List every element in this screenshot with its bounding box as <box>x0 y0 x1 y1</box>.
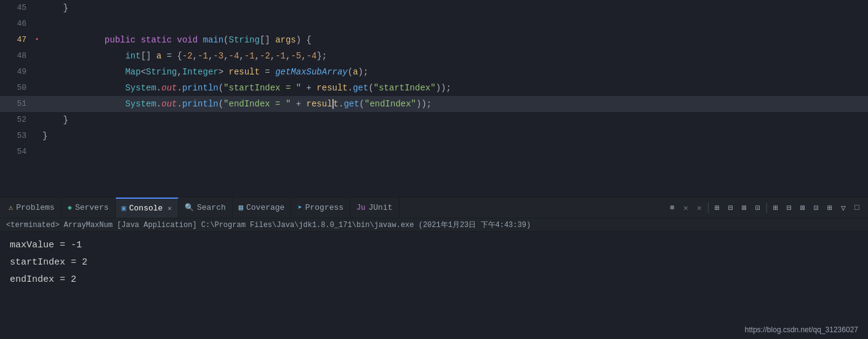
line-number: 47 <box>0 32 34 48</box>
separator <box>708 203 709 213</box>
output-line-3: endIndex = 2 <box>10 271 858 289</box>
problems-icon: ⚠ <box>9 203 13 212</box>
tab-search-label: Search <box>197 203 226 212</box>
icon-3[interactable]: ⊠ <box>738 202 750 214</box>
stop-button[interactable]: ■ <box>666 202 678 214</box>
tab-coverage[interactable]: ▤ Coverage <box>233 197 292 218</box>
icon-2[interactable]: ⊟ <box>725 202 737 214</box>
tab-console[interactable]: ▣ Console ✕ <box>116 197 179 218</box>
line-number: 50 <box>0 80 34 96</box>
icon-9[interactable]: ⊞ <box>824 202 836 214</box>
line-number: 53 <box>0 128 34 144</box>
coverage-icon: ▤ <box>239 203 243 212</box>
line-content: } <box>40 112 868 128</box>
separator2 <box>766 203 767 213</box>
code-editor: 45 } 46 47 • public static void main(Str… <box>0 0 868 197</box>
code-line-51: 51 System.out.println("endIndex = " + re… <box>0 96 868 112</box>
tab-problems-label: Problems <box>16 203 54 212</box>
icon-5[interactable]: ⊞ <box>770 202 782 214</box>
line-number: 52 <box>0 112 34 128</box>
line-number: 54 <box>0 144 34 160</box>
tab-problems[interactable]: ⚠ Problems <box>2 197 62 218</box>
tab-progress[interactable]: ➤ Progress <box>291 197 350 218</box>
tab-progress-label: Progress <box>305 203 344 212</box>
icon-4[interactable]: ⊡ <box>752 202 764 214</box>
output-line-2: startIndex = 2 <box>10 254 858 271</box>
console-output: maxValue = -1 startIndex = 2 endIndex = … <box>0 232 868 339</box>
tab-servers-label: Servers <box>75 203 109 212</box>
line-number: 49 <box>0 64 34 80</box>
maximize-button[interactable]: □ <box>851 202 863 214</box>
output-line-1: maxValue = -1 <box>10 237 858 254</box>
minimize-button[interactable]: ▽ <box>837 202 850 214</box>
line-content: } <box>40 0 868 16</box>
servers-icon: ◈ <box>68 203 72 212</box>
line-number: 51 <box>0 96 34 112</box>
tab-junit-label: JUnit <box>369 203 393 212</box>
line-content: } <box>40 128 868 144</box>
icon-1[interactable]: ⊞ <box>711 202 723 214</box>
output-text-3: endIndex = 2 <box>10 274 76 285</box>
code-line-45: 45 } <box>0 0 868 16</box>
line-number: 46 <box>0 16 34 32</box>
tab-toolbar-right: ■ ✕ ✕ ⊞ ⊟ ⊠ ⊡ ⊞ ⊟ ⊠ ⊡ ⊞ ▽ □ <box>666 202 866 214</box>
tab-console-label: Console <box>129 204 163 213</box>
tab-search[interactable]: 🔍 Search <box>179 197 233 218</box>
search-icon: 🔍 <box>185 203 194 212</box>
tab-coverage-label: Coverage <box>246 203 284 212</box>
footer-link: https://blog.csdn.net/qq_31236027 <box>745 325 858 334</box>
junit-icon: Ju <box>356 204 365 212</box>
console-icon: ▣ <box>122 204 126 213</box>
code-line-54: 54 <box>0 144 868 160</box>
tab-bar: ⚠ Problems ◈ Servers ▣ Console ✕ 🔍 Searc… <box>0 197 868 218</box>
icon-6[interactable]: ⊟ <box>783 202 795 214</box>
output-text-2: startIndex = 2 <box>10 257 87 268</box>
console-status-bar: <terminated> ArrayMaxNum [Java Applicati… <box>0 218 868 232</box>
line-number: 48 <box>0 48 34 64</box>
icon-7[interactable]: ⊠ <box>797 202 809 214</box>
console-area: <terminated> ArrayMaxNum [Java Applicati… <box>0 218 868 339</box>
icon-8[interactable]: ⊡ <box>810 202 822 214</box>
console-status-text: <terminated> ArrayMaxNum [Java Applicati… <box>6 220 531 230</box>
progress-icon: ➤ <box>297 203 302 212</box>
output-text-1: maxValue = -1 <box>10 240 82 250</box>
line-dot: • <box>34 32 40 48</box>
line-number: 45 <box>0 0 34 16</box>
terminate-button[interactable]: ✕ <box>680 202 692 214</box>
code-line-53: 53 } <box>0 128 868 144</box>
tab-junit[interactable]: Ju JUnit <box>350 197 399 218</box>
console-close-button[interactable]: ✕ <box>167 204 172 212</box>
remove-button[interactable]: ✕ <box>693 202 705 214</box>
code-line-52: 52 } <box>0 112 868 128</box>
tab-servers[interactable]: ◈ Servers <box>62 197 116 218</box>
